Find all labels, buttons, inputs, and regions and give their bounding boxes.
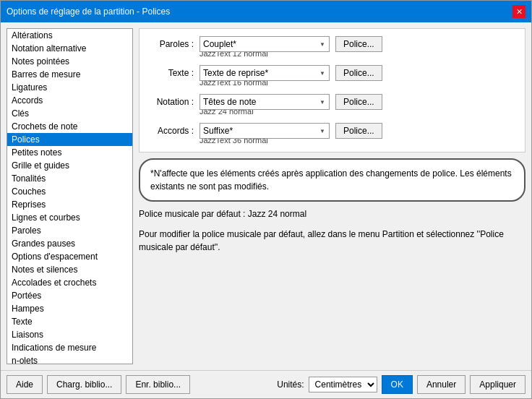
- sidebar-item[interactable]: Couches: [7, 185, 132, 198]
- sidebar-item[interactable]: Notes et silences: [7, 263, 132, 276]
- change-font-text: Pour modifier la police musicale par déf…: [139, 226, 525, 255]
- sidebar-item[interactable]: Indications de mesure: [7, 341, 132, 354]
- form-section: Paroles :Couplet*Police...JazzText 12 no…: [139, 28, 525, 153]
- form-label-3: Accords :: [147, 126, 194, 136]
- sidebar-item[interactable]: Hampes: [7, 302, 132, 315]
- close-button[interactable]: ✕: [512, 5, 525, 18]
- sidebar-item[interactable]: Paroles: [7, 224, 132, 237]
- form-label-1: Texte :: [147, 68, 194, 78]
- note-box: *N'affecte que les éléments créés après …: [139, 158, 525, 202]
- sidebar-item[interactable]: Clés: [7, 107, 132, 120]
- sidebar-item[interactable]: Texte: [7, 315, 132, 328]
- sidebar-item[interactable]: Barres de mesure: [7, 68, 132, 81]
- annuler-button[interactable]: Annuler: [417, 375, 466, 394]
- sidebar-item[interactable]: Options d'espacement: [7, 250, 132, 263]
- sidebar: AltérationsNotation alternativeNotes poi…: [7, 28, 133, 364]
- charg-biblio-button[interactable]: Charg. biblio...: [47, 375, 121, 394]
- dropdown-3[interactable]: Suffixe*: [200, 123, 330, 139]
- dropdown-0[interactable]: Couplet*: [200, 36, 330, 52]
- default-font-label: Police musicale par défaut : Jazz 24 nor…: [139, 207, 525, 220]
- sidebar-item[interactable]: Notes pointées: [7, 55, 132, 68]
- ok-button[interactable]: OK: [382, 375, 413, 394]
- sidebar-item[interactable]: Accords: [7, 94, 132, 107]
- form-label-2: Notation :: [147, 97, 194, 107]
- enr-biblio-button[interactable]: Enr. biblio...: [126, 375, 190, 394]
- units-label: Unités:: [277, 379, 304, 390]
- sidebar-item[interactable]: Notation alternative: [7, 42, 132, 55]
- sidebar-item[interactable]: Reprises: [7, 198, 132, 211]
- content-area: AltérationsNotation alternativeNotes poi…: [1, 22, 531, 370]
- main-panel: Paroles :Couplet*Police...JazzText 12 no…: [139, 28, 525, 364]
- sidebar-item[interactable]: Lignes et courbes: [7, 211, 132, 224]
- aide-button[interactable]: Aide: [7, 375, 43, 394]
- sidebar-item[interactable]: Grandes pauses: [7, 237, 132, 250]
- sidebar-item[interactable]: Polices: [7, 133, 132, 146]
- sidebar-item[interactable]: Liaisons: [7, 328, 132, 341]
- appliquer-button[interactable]: Appliquer: [470, 375, 525, 394]
- note-text: *N'affecte que les éléments créés après …: [150, 168, 512, 192]
- sidebar-item[interactable]: Ligatures: [7, 81, 132, 94]
- window-title: Options de réglage de la partition - Pol…: [7, 7, 170, 17]
- dropdown-2[interactable]: Têtes de note: [200, 94, 330, 110]
- form-label-0: Paroles :: [147, 39, 194, 49]
- sidebar-item[interactable]: Portées: [7, 289, 132, 302]
- main-window: Options de réglage de la partition - Pol…: [0, 0, 532, 399]
- sidebar-item[interactable]: Altérations: [7, 29, 132, 42]
- dropdown-1[interactable]: Texte de reprise*: [200, 65, 330, 81]
- sidebar-item[interactable]: Accolades et crochets: [7, 276, 132, 289]
- title-bar: Options de réglage de la partition - Pol…: [1, 1, 531, 22]
- units-select[interactable]: CentimètresPouces: [309, 377, 377, 392]
- bottom-bar: Aide Charg. biblio... Enr. biblio... Uni…: [1, 370, 531, 398]
- sidebar-item[interactable]: Grille et guides: [7, 159, 132, 172]
- sidebar-item[interactable]: n-olets: [7, 354, 132, 364]
- sidebar-item[interactable]: Tonalités: [7, 172, 132, 185]
- sidebar-item[interactable]: Crochets de note: [7, 120, 132, 133]
- sidebar-item[interactable]: Petites notes: [7, 146, 132, 159]
